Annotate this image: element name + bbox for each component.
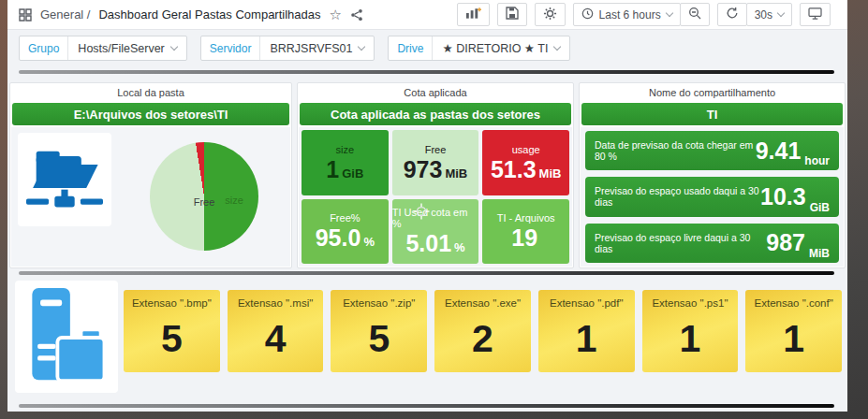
panel-cota-aplicada: Cota aplicada Cota aplicada as pastas do… bbox=[297, 82, 574, 268]
forecast-row: Previsao do espaço usado daqui a 30 dias… bbox=[585, 177, 839, 216]
forecast-row: Previsao do espaço livre daqui a 30 dias… bbox=[585, 224, 839, 263]
time-range-picker[interactable]: Last 6 hours bbox=[573, 3, 681, 26]
forecast-value: 987 bbox=[766, 231, 805, 254]
stat-value: 51.3 bbox=[491, 158, 537, 181]
server-folder-icon-card bbox=[15, 281, 118, 393]
stat-tile-used-percent: TI Used cota em % 5.01% bbox=[392, 199, 479, 265]
forecast-unit: GiB bbox=[810, 201, 830, 217]
filter-servidor: Servidor BRRJSRVFS01 bbox=[200, 36, 375, 61]
top-navbar: General / Dashboard Geral Pastas Compart… bbox=[7, 0, 847, 30]
extension-count: 1 bbox=[783, 305, 804, 372]
gear-icon bbox=[543, 7, 557, 23]
pie-label-free: Free bbox=[194, 196, 215, 208]
screen-frame: General / Dashboard Geral Pastas Compart… bbox=[0, 0, 868, 419]
filter-servidor-value: BRRJSRVFS01 bbox=[270, 42, 352, 55]
filter-drive: Drive ★ DIRETORIO ★ TI bbox=[388, 36, 570, 61]
forecast-label: Previsao do espaço livre daqui a 30 dias bbox=[595, 232, 766, 254]
filter-drive-value: ★ DIRETORIO ★ TI bbox=[442, 41, 548, 55]
save-icon bbox=[506, 7, 519, 22]
chevron-down-icon bbox=[170, 43, 178, 51]
share-name-banner: TI bbox=[581, 103, 843, 125]
grafana-dashboard: General / Dashboard Geral Pastas Compart… bbox=[7, 0, 847, 412]
extension-count: 2 bbox=[472, 305, 493, 372]
page-title: Dashboard Geral Pastas Compartilhadas bbox=[98, 7, 320, 22]
chevron-down-icon bbox=[553, 43, 561, 51]
forecast-label: Previsao do espaço usado daqui a 30 dias bbox=[595, 185, 760, 208]
stat-unit: GiB bbox=[342, 166, 363, 181]
filter-grupo-value: Hosts/FileServer bbox=[78, 42, 164, 55]
stat-unit: % bbox=[363, 235, 375, 249]
row-divider bbox=[19, 271, 834, 275]
stat-label: usage bbox=[512, 144, 540, 155]
filter-drive-label: Drive bbox=[389, 36, 433, 60]
refresh-icon bbox=[726, 7, 739, 22]
chevron-down-icon bbox=[665, 9, 672, 17]
dashboard-settings-button[interactable] bbox=[535, 3, 566, 26]
forecast-value: 10.3 bbox=[760, 185, 806, 209]
tv-mode-button[interactable] bbox=[800, 3, 831, 26]
stat-value: 5.01 bbox=[405, 232, 451, 255]
extension-count: 5 bbox=[161, 305, 183, 372]
filter-servidor-label: Servidor bbox=[201, 36, 261, 60]
monitor-icon bbox=[808, 7, 822, 22]
panel-nome-compartilhamento: Nome do compartilhamento TI Data de prev… bbox=[579, 82, 846, 268]
stat-value: 1 bbox=[326, 158, 339, 181]
star-icon[interactable]: ☆ bbox=[330, 7, 342, 22]
forecast-value: 9.41 bbox=[756, 139, 802, 163]
shared-folder-icon-card bbox=[18, 133, 111, 226]
extension-count: 1 bbox=[576, 305, 597, 372]
extension-count: 4 bbox=[265, 305, 287, 372]
stat-tile-arquivos: TI - Arquivos 19 bbox=[482, 199, 569, 265]
refresh-button[interactable] bbox=[717, 3, 747, 26]
stat-label: TI - Arquivos bbox=[497, 212, 555, 224]
stat-value: 973 bbox=[404, 158, 443, 181]
dashboards-grid-icon[interactable] bbox=[19, 8, 32, 22]
save-dashboard-button[interactable] bbox=[497, 3, 527, 26]
extension-tile-ps1: Extensao ".ps1" 1 bbox=[642, 290, 739, 372]
forecast-rows: Data de previsao da cota chegar em 80 % … bbox=[585, 131, 839, 263]
chevron-down-icon bbox=[777, 9, 785, 17]
filter-drive-select[interactable]: ★ DIRETORIO ★ TI bbox=[433, 36, 569, 60]
panel-cota-body: size 1GiB Free 973MiB usage 51.3MiB Fr bbox=[299, 127, 572, 267]
template-variables-row: Grupo Hosts/FileServer Servidor BRRJSRVF… bbox=[19, 36, 570, 61]
stat-label: size bbox=[336, 144, 355, 155]
stat-tile-size: size 1GiB bbox=[302, 130, 389, 195]
forecast-label: Data de previsao da cota chegar em 80 % bbox=[595, 139, 756, 162]
zoom-out-icon bbox=[688, 7, 701, 22]
extension-tiles: Extensao ".bmp" 5 Extensao ".msi" 4 Exte… bbox=[124, 290, 842, 372]
row-divider bbox=[19, 70, 834, 74]
extension-tile-bmp: Extensao ".bmp" 5 bbox=[124, 290, 220, 372]
stat-value: 19 bbox=[511, 226, 537, 250]
stat-tile-free-percent: Free% 95.0% bbox=[302, 199, 389, 265]
stat-label: TI Used cota em % bbox=[392, 207, 479, 229]
clock-icon bbox=[581, 7, 594, 22]
extension-count: 1 bbox=[680, 305, 701, 372]
chevron-down-icon bbox=[358, 43, 365, 51]
breadcrumb[interactable]: General / bbox=[40, 7, 90, 22]
stat-unit: % bbox=[454, 240, 465, 254]
zoom-out-time-button[interactable] bbox=[680, 3, 710, 26]
panel-title[interactable]: Local da pasta bbox=[10, 83, 291, 102]
refresh-interval-picker[interactable]: 30s bbox=[746, 3, 792, 26]
filter-grupo-select[interactable]: Hosts/FileServer bbox=[68, 36, 185, 60]
extension-count: 5 bbox=[368, 305, 390, 372]
panel-title[interactable]: Cota aplicada bbox=[298, 83, 573, 102]
refresh-interval-label: 30s bbox=[755, 8, 772, 22]
forecast-unit: hour bbox=[804, 154, 830, 170]
extension-tile-msi: Extensao ".msi" 4 bbox=[228, 290, 324, 372]
network-folder-icon bbox=[24, 141, 105, 218]
forecast-row: Data de previsao da cota chegar em 80 % … bbox=[585, 131, 839, 170]
stat-tile-free: Free 973MiB bbox=[392, 130, 479, 195]
pie-label-size: size bbox=[225, 195, 243, 206]
share-icon[interactable] bbox=[350, 8, 363, 22]
stat-label: Free bbox=[425, 144, 447, 155]
panels-row-2: Extensao ".bmp" 5 Extensao ".msi" 4 Exte… bbox=[9, 281, 846, 397]
add-panel-button[interactable] bbox=[457, 3, 490, 26]
filter-grupo: Grupo Hosts/FileServer bbox=[19, 36, 187, 61]
filter-servidor-select[interactable]: BRRJSRVFS01 bbox=[260, 36, 374, 60]
stat-label: Free% bbox=[330, 212, 360, 224]
panels-row-1: Local da pasta E:\Arquivos dos setores\T… bbox=[9, 82, 846, 268]
stat-tiles-grid: size 1GiB Free 973MiB usage 51.3MiB Fr bbox=[302, 130, 569, 264]
panel-title[interactable]: Nome do compartilhamento bbox=[580, 83, 845, 102]
panel-local-da-pasta: Local da pasta E:\Arquivos dos setores\T… bbox=[9, 82, 292, 268]
